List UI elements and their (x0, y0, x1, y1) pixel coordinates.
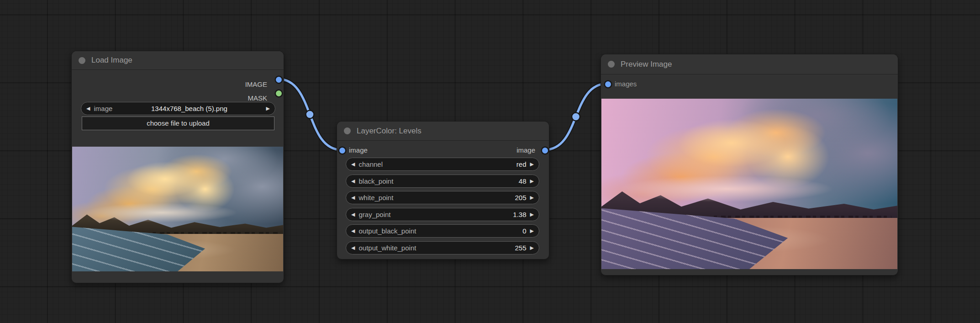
node-title: Preview Image (621, 60, 672, 69)
link-levels-to-preview-outline (544, 84, 607, 150)
arrow-right-icon[interactable]: ▶ (530, 195, 534, 200)
arrow-right-icon[interactable]: ▶ (530, 162, 534, 167)
input-label-images: images (615, 79, 637, 89)
photo-cloud-bank (610, 174, 874, 202)
output-label-image: image (516, 145, 535, 155)
collapse-dot-icon[interactable] (79, 57, 85, 64)
widget-value: 1.38 (513, 211, 526, 218)
image-filename-combo[interactable]: ◀ image 1344x768_beach (5).png ▶ (81, 102, 275, 115)
widget-label: white_point (358, 194, 511, 201)
link-midpoint-dot[interactable] (306, 111, 314, 119)
arrow-left-icon[interactable]: ◀ (351, 228, 355, 233)
arrow-right-icon[interactable]: ▶ (266, 106, 270, 111)
arrow-left-icon[interactable]: ◀ (86, 106, 90, 111)
link-loadimage-to-levels-outline (278, 79, 342, 150)
node-load-image-header[interactable]: Load Image (72, 51, 284, 70)
combo-label: image (94, 105, 112, 112)
widget-label: black_point (358, 177, 515, 185)
arrow-right-icon[interactable]: ▶ (530, 228, 534, 233)
widget-output-black-point[interactable]: ◀ output_black_point 0 ▶ (346, 224, 539, 238)
input-port-image[interactable] (339, 148, 345, 154)
widget-label: output_white_point (358, 244, 511, 252)
widget-value: 48 (519, 177, 527, 185)
photo-cloud-bank (79, 201, 266, 222)
output-label-image: IMAGE (245, 79, 267, 90)
link-loadimage-to-levels[interactable] (278, 79, 342, 150)
widget-label: channel (358, 160, 512, 168)
widget-value: 255 (515, 244, 527, 252)
widget-value: 0 (522, 227, 526, 235)
output-port-mask[interactable] (276, 90, 282, 96)
widget-channel[interactable]: ◀ channel red ▶ (346, 158, 539, 171)
widget-white-point[interactable]: ◀ white_point 205 ▶ (346, 191, 539, 204)
node-graph-canvas[interactable]: Load Image IMAGE MASK ◀ image 1344x768_b… (0, 0, 980, 323)
widget-value: 205 (515, 194, 527, 201)
node-title: LayerColor: Levels (357, 127, 422, 136)
preview-image-output (601, 99, 897, 269)
node-load-image[interactable]: Load Image IMAGE MASK ◀ image 1344x768_b… (71, 51, 284, 283)
arrow-right-icon[interactable]: ▶ (530, 179, 534, 184)
node-layercolor-levels[interactable]: LayerColor: Levels image image ◀ channel… (337, 121, 549, 259)
loaded-image-preview (72, 147, 283, 271)
arrow-left-icon[interactable]: ◀ (351, 245, 355, 250)
widget-gray-point[interactable]: ◀ gray_point 1.38 ▶ (346, 208, 539, 221)
node-title: Load Image (91, 56, 132, 65)
node-preview-image[interactable]: Preview Image images (601, 54, 898, 275)
widget-label: output_black_point (358, 227, 519, 235)
widget-value: red (516, 160, 527, 168)
arrow-left-icon[interactable]: ◀ (351, 179, 355, 184)
widget-label: gray_point (358, 211, 509, 218)
widget-black-point[interactable]: ◀ black_point 48 ▶ (346, 175, 539, 188)
arrow-left-icon[interactable]: ◀ (351, 162, 355, 167)
input-label-image: image (349, 145, 368, 155)
output-port-image[interactable] (276, 77, 282, 83)
arrow-right-icon[interactable]: ▶ (530, 245, 534, 250)
widget-output-white-point[interactable]: ◀ output_white_point 255 ▶ (346, 241, 539, 254)
input-port-images[interactable] (605, 81, 611, 87)
link-levels-to-preview[interactable] (544, 84, 607, 150)
arrow-left-icon[interactable]: ◀ (351, 212, 355, 217)
arrow-left-icon[interactable]: ◀ (351, 195, 355, 200)
node-levels-header[interactable]: LayerColor: Levels (337, 122, 549, 141)
collapse-dot-icon[interactable] (608, 61, 615, 68)
collapse-dot-icon[interactable] (344, 127, 351, 134)
arrow-right-icon[interactable]: ▶ (530, 212, 534, 217)
link-midpoint-dot[interactable] (572, 113, 580, 121)
choose-file-button[interactable]: choose file to upload (82, 116, 274, 130)
output-port-image[interactable] (542, 148, 548, 154)
combo-value: 1344x768_beach (5).png (116, 105, 262, 112)
node-preview-header[interactable]: Preview Image (601, 54, 898, 74)
